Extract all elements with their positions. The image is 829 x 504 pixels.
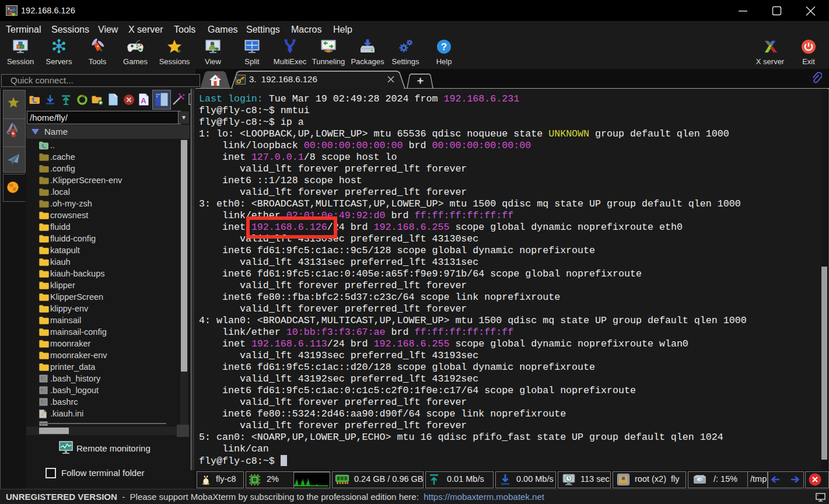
svg-text:A: A xyxy=(141,96,146,105)
svg-text:?: ? xyxy=(441,41,447,52)
